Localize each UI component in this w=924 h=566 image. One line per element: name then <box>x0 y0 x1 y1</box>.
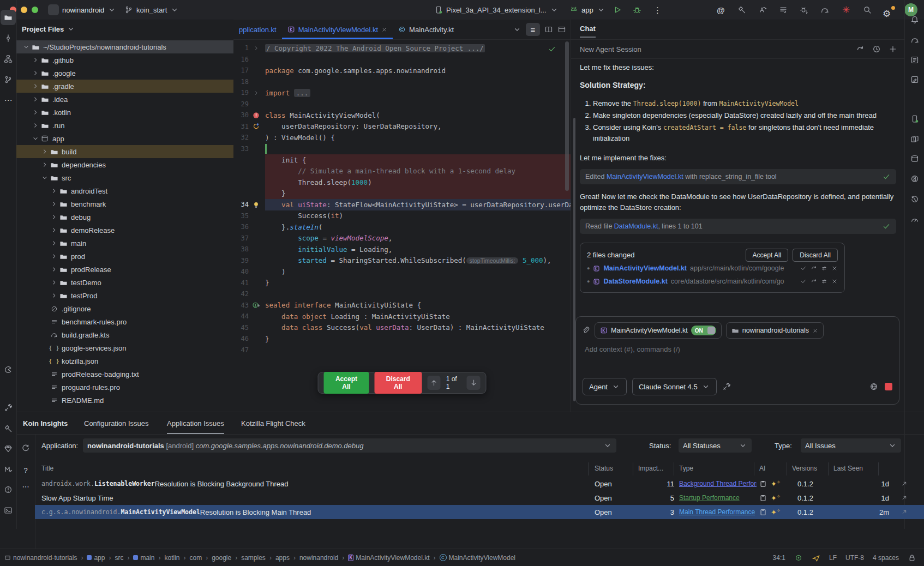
code-line-45[interactable]: 45 data class Success(val userData: User… <box>233 322 571 334</box>
code-line-deleted-12[interactable]: Thread.sleep(1000) <box>233 177 571 188</box>
files-discard-all-button[interactable]: Discard All <box>793 249 838 262</box>
indent-setting[interactable]: 4 spaces <box>873 554 899 562</box>
tree-item-kotzilla-json[interactable]: { }kotzilla.json <box>16 354 233 368</box>
tools-icon[interactable] <box>722 382 731 391</box>
code-line-34[interactable]: 34 val uiState: StateFlow<MainActivityUi… <box>233 199 571 210</box>
code-line-36[interactable]: 36 }.stateIn( <box>233 221 571 233</box>
code-line-33[interactable]: 33 <box>233 143 571 155</box>
issue-row-3[interactable]: c.g.s.a.nowinandroid.MainActivityViewMod… <box>35 505 924 519</box>
sparkles-icon[interactable]: ✦✧ <box>771 495 781 502</box>
column-header-status[interactable]: Status <box>595 465 613 472</box>
history-icon[interactable] <box>872 45 881 53</box>
changed-file-name[interactable]: DataStoreModule.kt <box>603 276 667 287</box>
agent-mode-dropdown[interactable]: Agent <box>583 378 627 395</box>
tree-item-demorelease[interactable]: demoRelease <box>16 224 233 237</box>
todo-list-button[interactable] <box>776 4 791 16</box>
breadcrumb-app[interactable]: app <box>87 554 105 562</box>
context-chip-mainactivityviewmodel-kt[interactable]: MainActivityViewModel.ktON <box>595 322 722 339</box>
iface-gutter-icon[interactable] <box>249 301 263 309</box>
gem-icon[interactable] <box>1 441 16 456</box>
project-files-header[interactable]: Project Files <box>22 25 75 33</box>
insights-icon[interactable] <box>907 171 922 186</box>
breadcrumb-mainactivityviewmodel[interactable]: CMainActivityViewModel <box>440 554 516 562</box>
tree-item--idea[interactable]: .idea <box>16 93 233 106</box>
type-filter-dropdown[interactable]: All Issues <box>801 438 901 453</box>
code-line-43[interactable]: 43sealed interface MainActivityUiState { <box>233 300 571 311</box>
tree-item-androidtest[interactable]: androidTest <box>16 184 233 197</box>
settings-button[interactable]: ⚙ <box>879 8 894 20</box>
context-toggle[interactable]: ON <box>691 326 716 335</box>
undo-icon[interactable] <box>811 265 817 272</box>
model-dropdown[interactable]: Claude Sonnet 4.5 <box>632 378 717 395</box>
code-line-40[interactable]: 40 ) <box>233 266 571 278</box>
code-editor[interactable]: 1/ Copyright 2022 The Android Open Sourc… <box>233 39 571 412</box>
project-widget[interactable]: nowinandroid <box>45 4 119 16</box>
build-icon[interactable] <box>1 421 16 436</box>
code-line-18[interactable]: 18 <box>233 76 571 88</box>
changed-file-name[interactable]: MainActivityViewModel.kt <box>603 263 687 274</box>
ai-assistant-button[interactable]: @ <box>713 4 728 16</box>
previous-change-button[interactable] <box>427 376 441 390</box>
gradle-icon[interactable] <box>907 32 922 47</box>
column-header-ai[interactable]: AI <box>759 465 765 472</box>
code-line-41[interactable]: 41} <box>233 278 571 289</box>
tree-item--run[interactable]: .run <box>16 119 233 132</box>
issue-row-2[interactable]: Slow App Startup TimeOpen5Startup Perfor… <box>35 491 924 505</box>
help-icon[interactable]: ? <box>18 462 33 478</box>
more-run-options-button[interactable]: ⋮ <box>650 4 665 16</box>
code-line-39[interactable]: 39 started = SharingStarted.WhileSubscri… <box>233 255 571 267</box>
diff-icon[interactable] <box>821 278 827 285</box>
close-icon[interactable] <box>831 278 838 285</box>
clipboard-icon[interactable] <box>759 494 767 502</box>
inspections-ok-icon[interactable] <box>548 45 556 53</box>
fold-gutter-icon[interactable] <box>249 45 263 52</box>
mirror-icon[interactable] <box>907 131 922 147</box>
chat-tab[interactable]: Chat <box>580 25 596 33</box>
structure-icon[interactable] <box>1 51 16 67</box>
issue-type-link[interactable]: Background Thread Perform <box>679 477 757 491</box>
zoom-window-button[interactable] <box>32 7 38 13</box>
tree-item-prodrelease[interactable]: prodRelease <box>16 263 233 276</box>
open-external-icon[interactable] <box>901 491 908 505</box>
code-line-1[interactable]: 1/ Copyright 2022 The Android Open Sourc… <box>233 43 571 54</box>
line-separator[interactable]: LF <box>829 554 837 562</box>
plane-icon[interactable] <box>812 553 820 562</box>
code-line-31[interactable]: 31 userDataRepository: UserDataRepositor… <box>233 121 571 133</box>
chat-input-box[interactable]: MainActivityViewModel.ktONnowinandroid-t… <box>575 316 899 405</box>
sparkles-icon[interactable]: ✦✧ <box>771 509 781 516</box>
terminal-icon[interactable] <box>1 503 16 518</box>
profiler-button[interactable] <box>796 4 812 16</box>
close-icon[interactable] <box>381 27 387 33</box>
discard-all-button[interactable]: Discard All <box>374 372 422 394</box>
code-line-deleted-13[interactable]: } <box>233 188 571 200</box>
file-encoding[interactable]: UTF-8 <box>845 554 864 562</box>
vcs-branch-widget[interactable]: koin_start <box>121 4 182 16</box>
editor-tab-mainactivity-kt[interactable]: MainActivity.kt <box>393 20 459 39</box>
check-icon[interactable] <box>800 278 807 285</box>
code-line-17[interactable]: 17package com.google.samples.apps.nowina… <box>233 65 571 76</box>
breadcrumb-com[interactable]: com <box>189 554 202 562</box>
commit-icon[interactable] <box>1 31 16 46</box>
koin-icon[interactable] <box>1 362 16 377</box>
issue-row-1[interactable]: androidx.work.ListenableWorker Resolutio… <box>35 477 924 491</box>
code-line-38[interactable]: 38 initialValue = Loading, <box>233 244 571 255</box>
tab-application-issues[interactable]: Application Issues <box>167 412 224 434</box>
restore-icon[interactable] <box>907 192 922 207</box>
err-gutter-icon[interactable] <box>249 111 263 119</box>
check-icon[interactable] <box>800 265 807 272</box>
breadcrumb-samples[interactable]: samples <box>241 554 266 562</box>
code-line-19[interactable]: 19import ... <box>233 87 571 99</box>
tab-list-chevron-icon[interactable] <box>513 25 521 34</box>
breadcrumb-src[interactable]: src <box>115 554 123 562</box>
translate-run-button[interactable] <box>755 4 770 16</box>
options-icon[interactable]: ⋯ <box>18 479 33 494</box>
code-line-35[interactable]: 35 Success(it) <box>233 210 571 222</box>
fold-gutter-icon[interactable] <box>249 89 263 97</box>
gradle-sync-button[interactable] <box>817 4 832 16</box>
column-header-type[interactable]: Type <box>679 465 693 472</box>
gauge-icon[interactable] <box>907 212 922 227</box>
issue-type-link[interactable]: Startup Performance <box>679 491 757 505</box>
tree-item-readme-md[interactable]: README.md <box>16 394 233 407</box>
tree-item--google[interactable]: .google <box>16 67 233 80</box>
code-line-37[interactable]: 37 scope = viewModelScope, <box>233 233 571 244</box>
